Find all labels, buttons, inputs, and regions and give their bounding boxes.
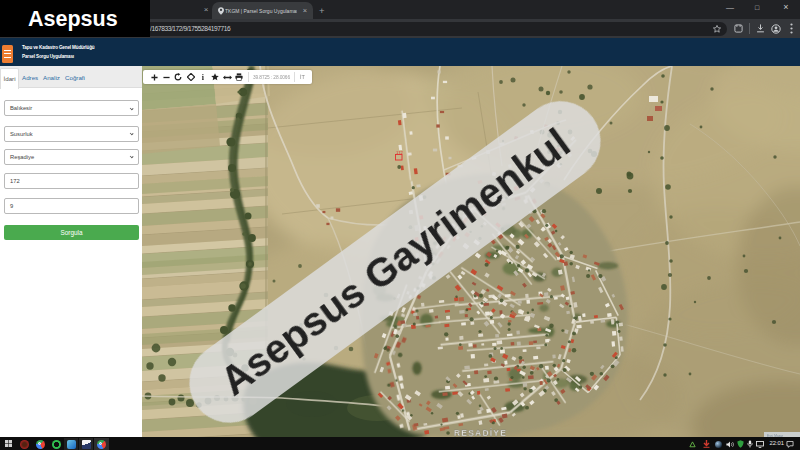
- svg-text:172: 172: [396, 149, 403, 154]
- svg-text:REŞADİYE: REŞADİYE: [454, 428, 507, 438]
